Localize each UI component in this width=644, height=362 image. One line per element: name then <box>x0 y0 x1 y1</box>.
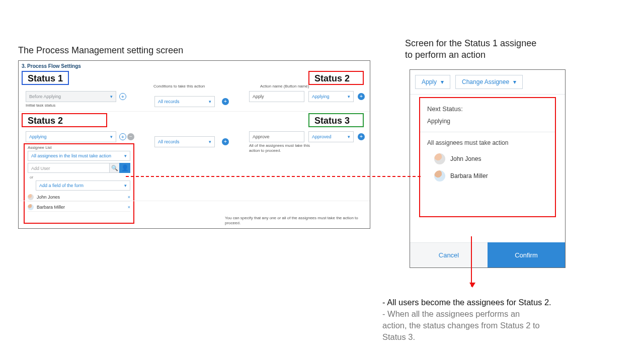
initial-task-status-label: Initial task status <box>26 103 55 108</box>
status-applying-label: Applying <box>29 134 47 139</box>
chevron-down-icon: ▾ <box>209 139 211 144</box>
add-action-button[interactable]: + <box>358 93 365 100</box>
apply-button-label: Apply <box>422 78 437 85</box>
assignee-user-name: John Jones <box>37 195 60 200</box>
chevron-down-icon: ▾ <box>348 94 350 99</box>
remove-status-button[interactable]: − <box>127 133 134 140</box>
settings-panel: 3. Process Flow Settings Conditions to t… <box>18 60 370 229</box>
status-before-applying-label: Before Applying <box>29 94 61 99</box>
add-status-button[interactable]: + <box>119 93 126 100</box>
settings-header: 3. Process Flow Settings <box>22 63 81 69</box>
tag-status2b: Status 2 <box>22 113 107 127</box>
row1-action-name-value: Apply <box>253 94 264 99</box>
assignee-user-name: John Jones <box>450 155 481 162</box>
chevron-down-icon: ▾ <box>124 153 127 158</box>
connector-arrow-down <box>471 236 472 287</box>
apply-button[interactable]: Apply ▾ <box>415 75 450 89</box>
assignee-rule-text: All assignees must take action <box>427 139 548 146</box>
change-assignee-label: Change Assignee <box>462 78 509 85</box>
row2-next-status[interactable]: Approved ▾ <box>308 131 354 142</box>
next-status-label: Next Status: <box>427 105 548 113</box>
or-label: or <box>30 175 133 179</box>
connector-dashed <box>126 176 421 177</box>
add-condition-button-2[interactable]: + <box>222 138 229 145</box>
chevron-down-icon: ▾ <box>110 94 113 99</box>
row1-condition[interactable]: All records ▾ <box>154 96 215 107</box>
avatar-icon <box>434 170 445 182</box>
caption-right: Screen for the Status 1 assignee to perf… <box>405 38 576 61</box>
assignee-list-box: Assignee List All assignees in the list … <box>24 143 134 224</box>
tag-status2a: Status 2 <box>308 71 364 85</box>
row2-action-name-value: Approve <box>253 134 270 139</box>
tag-status1: Status 1 <box>22 71 69 85</box>
add-action-button-2[interactable]: + <box>358 133 365 140</box>
row1-condition-label: All records <box>158 99 180 104</box>
row1-action-name-input[interactable]: Apply <box>249 91 304 102</box>
remove-user-button[interactable]: × <box>128 195 130 200</box>
add-field-select[interactable]: Add a field of the form ▾ <box>36 180 130 191</box>
assignee-user-row: Barbara Miller × <box>28 203 130 212</box>
assignee-rule-select[interactable]: All assignees in the list must take acti… <box>28 151 130 161</box>
chevron-down-icon: ▾ <box>209 99 211 104</box>
note-line: Status 3. <box>382 331 614 343</box>
add-field-label: Add a field of the form <box>39 183 84 188</box>
assignee-list-label: Assignee List <box>28 145 133 150</box>
avatar-icon <box>28 194 34 200</box>
action-body: Next Status: Applying All assignees must… <box>419 97 556 217</box>
note-line: - When all the assignees performs an <box>382 308 614 320</box>
note-line: - All users become the assignees for Sta… <box>382 297 614 308</box>
note-line: action, the status changes from Status 2… <box>382 320 614 331</box>
action-panel: Apply ▾ Change Assignee ▾ Next Status: A… <box>410 69 566 268</box>
next-status-value: Applying <box>427 118 548 125</box>
add-condition-button[interactable]: + <box>222 98 229 105</box>
status-applying[interactable]: Applying ▾ <box>26 131 116 142</box>
explanatory-notes: - All users become the assignees for Sta… <box>382 297 614 343</box>
chevron-down-icon: ▾ <box>348 134 350 139</box>
status-before-applying[interactable]: Before Applying ▾ <box>26 91 116 102</box>
assignee-user-name: Barbara Miller <box>37 205 65 210</box>
divider <box>420 132 555 132</box>
cancel-button[interactable]: Cancel <box>410 242 488 267</box>
footer-hint: You can specify that any one or all of t… <box>225 216 366 226</box>
row2-next-status-label: Approved <box>312 134 332 139</box>
col-conditions: Conditions to take this action <box>153 84 205 88</box>
chevron-down-icon: ▾ <box>124 183 127 188</box>
avatar-icon <box>28 204 34 210</box>
confirm-button[interactable]: Confirm <box>488 242 565 267</box>
avatar-icon <box>434 153 445 164</box>
add-status-button-2[interactable]: + <box>119 133 126 140</box>
assignee-user: John Jones <box>434 153 548 164</box>
chevron-down-icon: ▾ <box>110 134 113 139</box>
assignee-rule-label: All assignees in the list must take acti… <box>31 153 111 158</box>
row2-condition[interactable]: All records ▾ <box>154 136 215 147</box>
row2-action-name-input[interactable]: Approve <box>249 131 304 142</box>
row2-action-note: All of the assignees must take this acti… <box>249 143 314 153</box>
tag-status3: Status 3 <box>308 113 364 127</box>
chevron-down-icon: ▾ <box>513 78 516 85</box>
remove-user-button[interactable]: × <box>128 205 130 210</box>
row2-condition-label: All records <box>158 139 180 144</box>
search-icon[interactable]: 🔍 <box>109 163 119 173</box>
caption-left: The Process Management setting screen <box>18 45 183 56</box>
row1-next-status[interactable]: Applying ▾ <box>308 91 354 102</box>
assignee-user-name: Barbara Miller <box>450 172 488 179</box>
change-assignee-button[interactable]: Change Assignee ▾ <box>455 75 523 89</box>
person-picker-button[interactable]: 👤 <box>119 163 130 173</box>
add-user-input[interactable]: Add User <box>28 163 109 173</box>
col-action-name: Action name (Button name) <box>260 84 309 88</box>
assignee-user: Barbara Miller <box>434 170 548 182</box>
chevron-down-icon: ▾ <box>441 78 444 85</box>
row1-next-status-label: Applying <box>312 94 330 99</box>
